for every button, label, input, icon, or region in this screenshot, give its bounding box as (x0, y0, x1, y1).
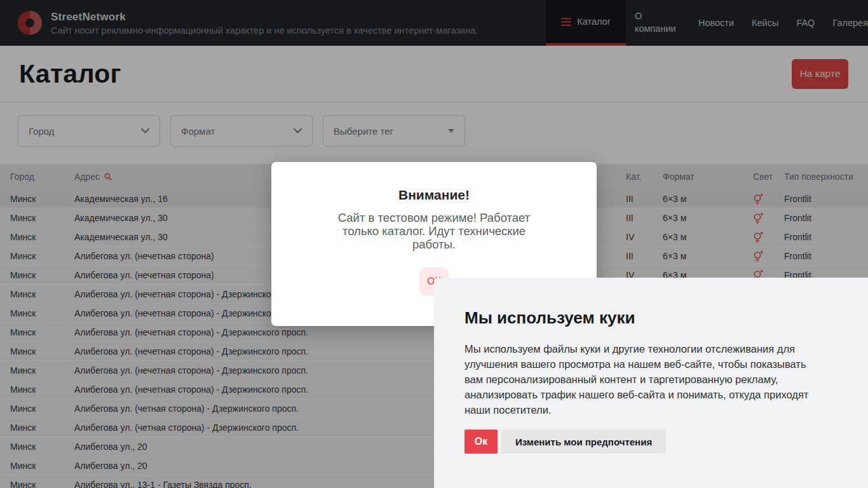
cookie-message: Мы используем файлы куки и другие технол… (465, 341, 824, 417)
cookie-title: Мы используем куки (465, 308, 824, 328)
modal-title: Внимание! (271, 187, 597, 203)
cookie-preferences-button[interactable]: Изменить мои предпочтения (501, 430, 666, 454)
cookie-banner: Мы используем куки Мы используем файлы к… (434, 278, 868, 488)
modal-message: Сайт в тестовом режиме! Работает только … (325, 211, 544, 251)
cookie-actions: Ок Изменить мои предпочтения (465, 430, 824, 454)
cookie-accept-button[interactable]: Ок (465, 430, 498, 454)
